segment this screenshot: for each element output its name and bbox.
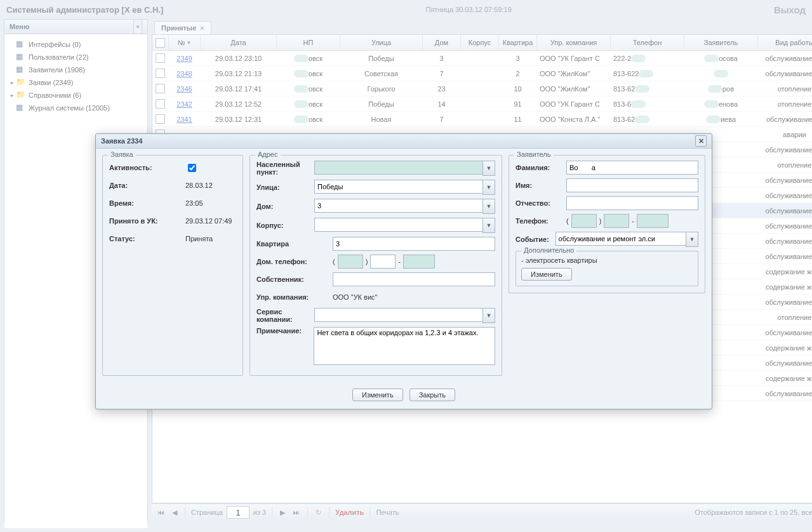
col-house[interactable]: Дом [423,35,461,50]
label-corp: Корпус: [256,222,314,229]
label-active: Активность: [109,164,185,171]
col-corp[interactable]: Корпус [461,35,499,50]
col-applicant[interactable]: Заявитель [684,35,758,50]
dropdown-icon[interactable]: ▼ [483,308,495,323]
request-link[interactable]: 2348 [176,70,192,77]
note-textarea[interactable] [314,327,495,365]
expand-icon[interactable]: ▸ [8,79,16,86]
request-link[interactable]: 2346 [176,85,192,93]
label-company: Упр. компания: [256,293,333,301]
row-checkbox[interactable] [156,114,165,124]
corp-combo[interactable]: ▼ [314,218,495,233]
col-date[interactable]: Дата [201,35,277,50]
sidebar-collapse-button[interactable]: « [133,19,142,34]
flat-input[interactable] [333,237,495,251]
tree-item-references[interactable]: ▸Справочники (6) [8,89,143,102]
tree-item-journal[interactable]: Журнал системы (12005) [8,102,143,114]
tab-accepted[interactable]: Принятые × [154,21,211,34]
name-input[interactable] [566,178,698,192]
value-company: ООО "УК вис" [333,293,495,301]
phone-area-input[interactable] [571,214,597,228]
phone-number-input[interactable] [637,214,669,228]
dialog-close-button[interactable]: ✕ [695,135,707,147]
label-status: Статус: [109,235,185,243]
col-work[interactable]: Вид работы [758,35,812,50]
row-checkbox[interactable] [156,99,165,109]
owner-input[interactable] [333,272,495,286]
table-row[interactable]: 234829.03.12 21:13xxовскСоветская72ООО "… [152,66,812,81]
dropdown-icon[interactable]: ▼ [483,161,495,176]
page-next-icon[interactable]: ▶ [278,509,287,517]
row-checkbox[interactable] [156,84,165,93]
fieldset-address: Адрес Населенный пункт:▼ Улица:▼ Дом:▼ К… [250,155,502,376]
page-input[interactable] [227,506,250,519]
tab-close-icon[interactable]: × [200,24,204,32]
col-number[interactable]: № ▼ [169,35,201,50]
dialog-footer: Изменить Закрыть [96,382,712,409]
dialog-header[interactable]: Заявка 2334 ✕ [96,134,712,149]
expand-icon[interactable]: ▸ [8,92,16,98]
print-button[interactable]: Печать [376,509,399,516]
fieldset-title: Заявитель [514,150,554,158]
page-last-icon[interactable]: ⏭ [291,509,302,516]
grid-icon [16,52,26,62]
delete-button[interactable]: Удалить [335,509,364,516]
page-first-icon[interactable]: ⏮ [156,509,166,516]
col-np[interactable]: НП [277,35,340,50]
request-link[interactable]: 2342 [176,100,192,108]
label-homephone: Дом. телефон: [256,258,333,265]
active-checkbox[interactable] [188,164,196,172]
row-checkbox[interactable] [156,53,165,63]
value-date: 28.03.12 [185,182,236,189]
col-flat[interactable]: Квартира [499,35,537,50]
refresh-icon[interactable]: ↻ [314,509,323,517]
surname-input[interactable] [566,161,698,175]
event-combo[interactable]: ▼ [556,232,698,247]
label-note: Примечание: [256,327,314,335]
app-title: Системный администратор [Х ев С.Н.] [6,5,163,15]
col-company[interactable]: Упр. компания [537,35,611,50]
phone-area-input[interactable] [338,255,363,269]
dialog-edit-button[interactable]: Изменить [352,389,403,401]
city-combo[interactable]: ▼ [314,161,495,176]
table-row[interactable]: 234229.03.12 12:52xxовскПобеды1491ООО "У… [152,96,812,112]
dropdown-icon[interactable]: ▼ [483,199,495,214]
phone-prefix-input[interactable] [604,214,629,228]
label-accepted: Принято в УК: [109,217,185,225]
sidebar-title: Меню [10,20,29,34]
dropdown-icon[interactable]: ▼ [483,180,495,195]
tree-item-applicants[interactable]: Заявители (1908) [8,63,143,76]
phone-prefix-input[interactable] [370,255,396,269]
col-street[interactable]: Улица [340,35,423,50]
col-phone[interactable]: Телефон [611,35,684,50]
fieldset-extra: Дополнительно - электросеть квартиры Изм… [516,251,698,286]
table-row[interactable]: 234629.03.12 17:41xxовскГорького2310ООО … [152,81,812,96]
table-row[interactable]: 234129.03.12 12:31xxовскНовая711ООО "Кон… [152,112,812,127]
tree-item-requests[interactable]: ▸Заявки (2349) [8,76,143,89]
row-checkbox[interactable] [156,69,165,78]
page-prev-icon[interactable]: ◀ [170,509,179,517]
exit-link[interactable]: Выход [774,4,806,15]
house-combo[interactable]: ▼ [314,199,495,214]
service-combo[interactable]: ▼ [314,308,495,323]
street-combo[interactable]: ▼ [314,180,495,195]
dropdown-icon[interactable]: ▼ [483,218,495,233]
value-accepted: 29.03.12 07:49 [185,217,236,225]
pager-status: Отображаются записи с 1 по 25, всего 54 [695,509,812,516]
tree-item-users[interactable]: Пользователи (22) [8,51,143,63]
grid-icon [16,103,26,113]
label-name: Имя: [516,182,566,189]
request-link[interactable]: 2349 [176,55,192,62]
table-row[interactable]: 234929.03.12 23:10xxовскПобеды33ООО "УК … [152,51,812,66]
dialog-close-button[interactable]: Закрыть [409,389,455,401]
tree-item-interfaces[interactable]: Интерфейсы (0) [8,38,143,51]
extra-edit-button[interactable]: Изменить [521,268,572,281]
dropdown-icon[interactable]: ▼ [686,232,698,247]
patronymic-input[interactable] [566,196,698,210]
label-date: Дата: [109,182,185,189]
col-checkbox[interactable] [152,35,169,50]
phone-number-input[interactable] [403,255,435,269]
tab-label: Принятые [161,24,196,32]
request-link[interactable]: 2341 [176,116,192,123]
column-applicant: Заявитель Фамилия: Имя: Отчество: Телефо… [509,155,705,376]
